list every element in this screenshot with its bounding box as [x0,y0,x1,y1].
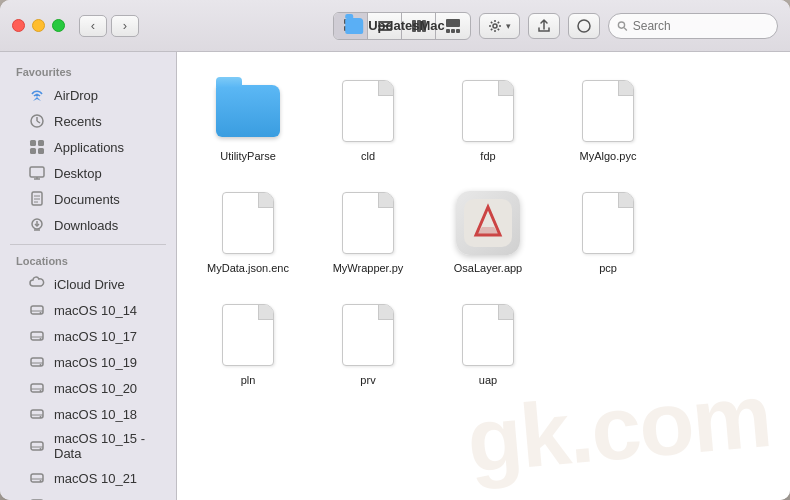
doc-icon-wrapper-myalgo [573,76,643,146]
svg-point-56 [40,480,42,482]
back-icon: ‹ [91,18,95,33]
traffic-lights [12,19,65,32]
window-title: UpdatesMac [368,18,445,33]
forward-icon: › [123,18,127,33]
macos1019-label: macOS 10_19 [54,355,137,370]
file-item-pcp[interactable]: pcp [553,180,663,282]
file-label-mywrapper: MyWrapper.py [333,262,404,274]
sidebar-item-recents[interactable]: Recents [4,108,172,134]
search-icon [617,20,628,32]
sidebar-item-macos1018[interactable]: macOS 10_18 [4,401,172,427]
doc-icon-pcp [582,192,634,254]
drive-icon-3 [28,379,46,397]
file-label-pcp: pcp [599,262,617,274]
airdrop-label: AirDrop [54,88,98,103]
titlebar-center: UpdatesMac [345,18,445,34]
svg-point-50 [40,416,42,418]
title-folder-icon [345,18,363,34]
search-input[interactable] [633,19,769,33]
minimize-button[interactable] [32,19,45,32]
file-item-pln[interactable]: pln [193,292,303,394]
macos1015-label: macOS 10_15 - Data [54,431,162,461]
sidebar-item-macos1019[interactable]: macOS 10_19 [4,349,172,375]
app-icon-wrapper-osalayer [453,188,523,258]
finder-window: ‹ › UpdatesMac [0,0,790,500]
svg-line-21 [37,121,40,123]
file-label-mydata: MyData.json.enc [207,262,289,274]
clock-icon [28,112,46,130]
drive-icon-7 [28,495,46,500]
folder-icon [216,85,280,137]
file-grid: UtilityParse cld fdp [193,68,774,394]
action-dropdown-arrow: ▾ [506,21,511,31]
drive-icon-5 [28,437,46,455]
share-button[interactable] [528,13,560,39]
sidebar-item-macos1017[interactable]: macOS 10_17 [4,323,172,349]
macos1021-label: macOS 10_21 [54,471,137,486]
sidebar-item-macos1014[interactable]: macOS 10_14 [4,297,172,323]
svg-point-14 [493,24,497,28]
file-area: UtilityParse cld fdp [177,52,790,500]
doc-icon-mydata [222,192,274,254]
doc-icon-wrapper-pcp [573,188,643,258]
file-item-mywrapper[interactable]: MyWrapper.py [313,180,423,282]
macos1020-label: macOS 10_20 [54,381,137,396]
sidebar-item-macos1021[interactable]: macOS 10_21 [4,465,172,491]
file-item-utilityparse[interactable]: UtilityParse [193,68,303,170]
file-label-uap: uap [479,374,497,386]
svg-rect-13 [456,29,460,33]
svg-point-53 [40,448,42,450]
file-item-osalayer[interactable]: OsaLayer.app [433,180,543,282]
airdrop-icon [28,86,46,104]
svg-rect-26 [30,167,44,177]
sidebar-item-applications[interactable]: Applications [4,134,172,160]
sidebar-item-macos1020[interactable]: macOS 10_20 [4,375,172,401]
file-item-uap[interactable]: uap [433,292,543,394]
applications-label: Applications [54,140,124,155]
file-item-fdp[interactable]: fdp [433,68,543,170]
svg-point-41 [40,338,42,340]
search-bar[interactable] [608,13,778,39]
drive-icon-6 [28,469,46,487]
drive-icon-2 [28,353,46,371]
drive-icon-0 [28,301,46,319]
file-item-cld[interactable]: cld [313,68,423,170]
icloud-label: iCloud Drive [54,277,125,292]
sidebar-item-documents[interactable]: Documents [4,186,172,212]
forward-button[interactable]: › [111,15,139,37]
back-button[interactable]: ‹ [79,15,107,37]
doc-icon-prv [342,304,394,366]
sidebar-item-downloads[interactable]: Downloads [4,212,172,238]
tag-button[interactable] [568,13,600,39]
sidebar-item-icloud[interactable]: iCloud Drive [4,271,172,297]
sidebar-separator [10,244,166,245]
share-icon [536,18,552,34]
file-label-pln: pln [241,374,256,386]
action-button[interactable]: ▾ [479,13,520,39]
app-icon-osalayer [456,191,520,255]
svg-point-47 [40,390,42,392]
desktop-label: Desktop [54,166,102,181]
documents-icon [28,190,46,208]
tag-icon [576,18,592,34]
titlebar: ‹ › UpdatesMac [0,0,790,52]
sidebar-item-airdrop[interactable]: AirDrop [4,82,172,108]
sidebar-item-macos1015[interactable]: macOS 10_15 - Data [4,427,172,465]
doc-icon-mywrapper [342,192,394,254]
doc-icon-wrapper-cld [333,76,403,146]
gallery-icon [445,18,461,34]
sidebar-item-desktop[interactable]: Desktop [4,160,172,186]
applications-icon [28,138,46,156]
close-button[interactable] [12,19,25,32]
file-item-myalgo[interactable]: MyAlgo.pyc [553,68,663,170]
file-item-mydata[interactable]: MyData.json.enc [193,180,303,282]
desktop-icon [28,164,46,182]
doc-icon-cld [342,80,394,142]
documents-label: Documents [54,192,120,207]
doc-icon-wrapper-mywrapper [333,188,403,258]
sidebar-item-macos1022[interactable]: macOS 10_22 [4,491,172,500]
macos1022-label: macOS 10_22 [54,497,137,501]
maximize-button[interactable] [52,19,65,32]
svg-point-16 [618,21,624,27]
file-item-prv[interactable]: prv [313,292,423,394]
